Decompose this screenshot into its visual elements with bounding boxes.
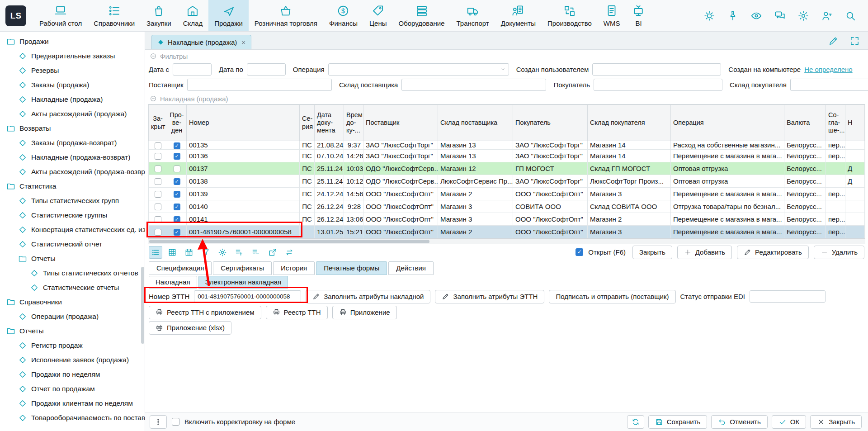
cell-posted[interactable]: ✓ (167, 149, 187, 162)
cell-closed[interactable] (149, 225, 167, 238)
tab-specification[interactable]: Спецификация (149, 261, 212, 275)
refresh-button[interactable] (627, 415, 644, 429)
posted-checkbox[interactable]: ✓ (174, 178, 180, 185)
menu-item-sales[interactable]: Продажи (208, 0, 249, 31)
sidebar-item[interactable]: Продажи клиентам по неделям (0, 396, 145, 411)
print-ttn-registry-button[interactable]: Реестр ТТН (266, 306, 328, 319)
menu-item-transport[interactable]: Транспорт (451, 0, 495, 31)
export-button[interactable] (266, 246, 279, 259)
cell-posted[interactable]: ✓ (167, 225, 187, 238)
sidebar-item[interactable]: Возвраты (0, 121, 145, 136)
sidebar-scrollbar[interactable] (141, 267, 144, 344)
pin-button[interactable] (727, 10, 739, 22)
cell-posted[interactable]: ✓ (167, 200, 187, 213)
column-header[interactable]: Операция (671, 105, 784, 141)
subtab-e-invoice[interactable]: Электронная накладная (198, 276, 288, 289)
sidebar-item[interactable]: Акты расхождений (продажа-возврат) (0, 165, 145, 179)
ok-button[interactable]: ОК (772, 415, 806, 429)
horizontal-scrollbar[interactable] (148, 239, 865, 244)
group-remove-button[interactable] (249, 246, 263, 259)
sidebar-item[interactable]: Накладные (продажа-возврат) (0, 150, 145, 165)
menu-item-desktop[interactable]: Рабочий стол (33, 0, 88, 31)
swap-button[interactable] (283, 246, 296, 259)
cell-posted[interactable]: ✓ (167, 213, 187, 225)
filter-input[interactable] (187, 79, 332, 91)
tab-invoices-sales[interactable]: Накладные (продажа) × (151, 35, 251, 49)
messages-button[interactable] (774, 10, 786, 22)
posted-checkbox[interactable]: ✓ (174, 191, 180, 198)
column-header[interactable]: Валюта (784, 105, 826, 141)
cell-posted[interactable]: ✓ (167, 141, 187, 150)
filter-input[interactable] (173, 63, 212, 76)
column-header[interactable]: Поставщик (363, 105, 438, 141)
menu-item-prices[interactable]: Цены (363, 0, 393, 31)
sidebar-item[interactable]: Справочники (0, 295, 145, 309)
sign-and-send-button[interactable]: Подписать и отправить (поставщик) (549, 290, 675, 303)
collapse-icon[interactable] (150, 52, 157, 60)
menu-item-bi[interactable]: BI (626, 0, 651, 31)
edit-form-icon[interactable] (828, 36, 839, 46)
column-header[interactable]: Про- ве- ден (167, 105, 187, 141)
sidebar-item[interactable]: Статистический отчет (0, 237, 145, 251)
filter-button[interactable] (199, 246, 212, 259)
sidebar-item[interactable]: Заказы (продажа-возврат) (0, 136, 145, 150)
theme-button[interactable] (703, 10, 715, 22)
edit-button[interactable]: Редактировать (737, 246, 809, 259)
column-header[interactable]: Склад поставщика (438, 105, 513, 141)
cell-closed[interactable] (149, 187, 167, 200)
closed-checkbox[interactable] (155, 204, 161, 210)
sidebar-item[interactable]: Предварительные заказы (0, 49, 145, 63)
close-form-button[interactable]: Закрыть (810, 415, 862, 429)
fullscreen-icon[interactable] (849, 36, 860, 46)
tab-history[interactable]: История (273, 261, 315, 275)
posted-checkbox[interactable] (174, 166, 180, 172)
menu-item-wms[interactable]: WMS (598, 0, 626, 31)
collapse-icon[interactable] (150, 95, 157, 102)
column-header[interactable]: Склад покупателя (588, 105, 671, 141)
sidebar-item[interactable]: Заказы (продажа) (0, 78, 145, 92)
closed-checkbox[interactable] (155, 142, 161, 149)
menu-item-directories[interactable]: Справочники (88, 0, 141, 31)
cell-closed[interactable] (149, 213, 167, 225)
list-view-button[interactable] (149, 246, 162, 259)
table-view-button[interactable] (165, 246, 179, 259)
delete-button[interactable]: Удалить (814, 246, 864, 259)
sidebar-item[interactable]: Товарооборачиваемость по поставщи (0, 411, 145, 425)
sidebar-item[interactable]: Продажи (0, 34, 145, 49)
filter-input[interactable] (592, 63, 721, 76)
column-header[interactable]: За- крыт (149, 105, 167, 141)
posted-checkbox[interactable]: ✓ (174, 204, 180, 210)
app-logo[interactable]: LS (5, 5, 26, 26)
table-row[interactable]: 00137ПС25.11.2410:03ОДО "ЛюксСофтСерв...… (149, 162, 865, 175)
column-header[interactable]: Со- гла- ше-... (826, 105, 845, 141)
column-header[interactable]: Покупатель (513, 105, 588, 141)
sidebar-item[interactable]: Резервы (0, 63, 145, 78)
menu-item-documents[interactable]: Документы (495, 0, 542, 31)
filter-input[interactable] (594, 79, 722, 91)
user-button[interactable] (821, 10, 833, 22)
fill-invoice-attrs-button[interactable]: Заполнить атрибуты накладной (306, 290, 430, 303)
posted-checkbox[interactable]: ✓ (174, 142, 180, 149)
edi-status-input[interactable] (750, 290, 826, 303)
subtab-invoice[interactable]: Накладная (149, 276, 197, 289)
table-row[interactable]: ✓00140ПС26.12.249:28ООО "ЛюксСофтОпт"Маг… (149, 200, 865, 213)
cell-closed[interactable] (149, 141, 167, 150)
menu-item-equipment[interactable]: Оборудование (393, 0, 451, 31)
closed-checkbox[interactable] (155, 216, 161, 223)
open-f6-checkbox[interactable]: ✓ (576, 248, 583, 256)
cell-closed[interactable] (149, 200, 167, 213)
cancel-button[interactable]: Отменить (711, 415, 768, 429)
filter-link[interactable]: Не определено (804, 66, 852, 73)
table-row[interactable]: ✓00138ПС25.11.2410:12ОДО "ЛюксСофтСерв..… (149, 175, 865, 187)
add-button[interactable]: Добавить (677, 246, 732, 259)
table-row[interactable]: ✓00135ПС21.08.249:37ЗАО "ЛюксСофтТорг"Ма… (149, 141, 865, 150)
correction-checkbox[interactable] (172, 418, 179, 426)
print-ttn-registry-with-attachment-button[interactable]: Реестр ТТН с приложением (149, 306, 261, 319)
sidebar-item[interactable]: Акты расхождений (продажа) (0, 107, 145, 121)
save-button[interactable]: Сохранить (648, 415, 708, 429)
print-attachment-button[interactable]: Приложение (332, 306, 397, 319)
scrollbar-thumb[interactable] (149, 240, 429, 243)
print-attachment-xlsx-button[interactable]: Приложение (xlsx) (149, 321, 231, 335)
tab-certificates[interactable]: Сертификаты (213, 261, 272, 275)
table-row[interactable]: ✓001-4819075760001-000000005813.01.2515:… (149, 225, 865, 238)
